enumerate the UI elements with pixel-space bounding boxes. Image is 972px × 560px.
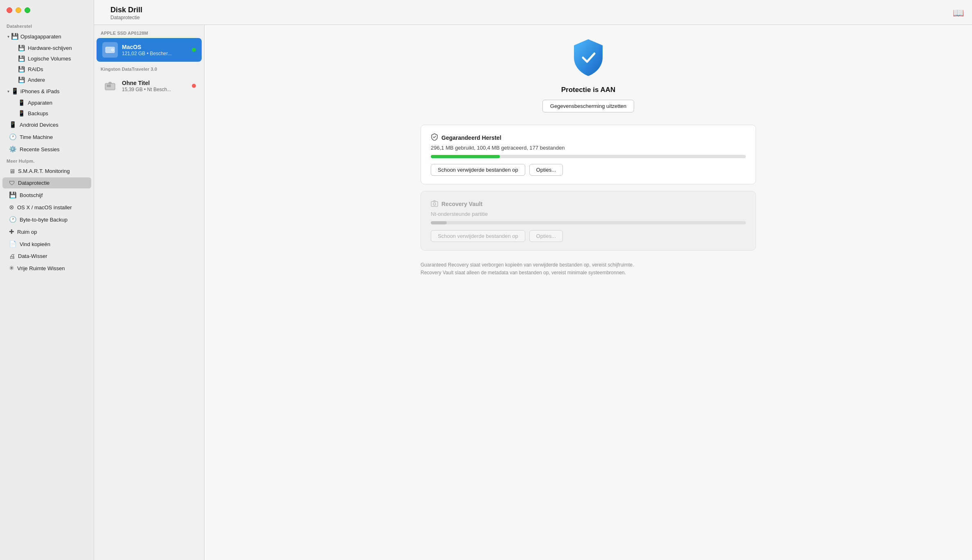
footer-text: Guaranteed Recovery slaat verborgen kopi…	[421, 261, 756, 277]
device-name: Ohne Titel	[122, 80, 188, 86]
sidebar: Dataherstel ▾ 💾 Opslagapparaten 💾 Hardwa…	[0, 0, 94, 560]
boot-icon: 💾	[9, 191, 17, 199]
sidebar-item-label: Dataprotectie	[18, 180, 50, 186]
sidebar-item-android[interactable]: 📱 Android Devices	[2, 119, 91, 130]
sidebar-item-raids[interactable]: 💾 RAIDs	[2, 64, 91, 74]
progress-bar-fill	[431, 155, 500, 158]
monitor-icon: 🖥	[9, 168, 15, 175]
shield-check-icon	[431, 133, 438, 142]
sidebar-item-apparaten[interactable]: 📱 Apparaten	[2, 98, 91, 108]
phone-icon: 📱	[11, 87, 19, 95]
device-item-ohne-titel[interactable]: Ohne Titel 15,39 GB • Nt Besch...	[97, 74, 202, 98]
disk-drive-icon	[102, 42, 118, 58]
close-button[interactable]	[7, 7, 12, 13]
clean-deleted-button-1[interactable]: Schoon verwijderde bestanden op	[431, 164, 525, 176]
sidebar-item-logical[interactable]: 💾 Logische Volumes	[2, 54, 91, 63]
sidebar-item-label: Ruim op	[17, 229, 37, 235]
usb-drive-icon	[102, 78, 118, 94]
header-title-block: Disk Drill Dataprotectie	[110, 6, 142, 20]
device-name: MacOS	[122, 44, 188, 50]
osx-icon: ⊗	[9, 204, 14, 211]
card-buttons: Schoon verwijderde bestanden op Opties..…	[431, 164, 746, 176]
protection-shield-icon	[570, 37, 607, 78]
sidebar-item-label: Opslagapparaten	[20, 34, 61, 40]
sidebar-item-andere[interactable]: 💾 Andere	[2, 75, 91, 85]
sidebar-item-label: Android Devices	[20, 122, 59, 128]
sidebar-item-recente[interactable]: ⚙️ Recente Sessies	[2, 143, 91, 155]
clean-deleted-button-2: Schoon verwijderde bestanden op	[431, 230, 525, 242]
device-panel: APPLE SSD AP0128M MacOS 121,02 GB • Besc…	[94, 25, 205, 560]
sidebar-section-meer: Meer Hulpm.	[0, 155, 94, 165]
sidebar-item-label: OS X / macOS installer	[17, 204, 72, 211]
sidebar-item-label: Bootschijf	[20, 192, 43, 198]
sidebar-item-osx[interactable]: ⊗ OS X / macOS installer	[2, 202, 91, 213]
footer-line-2: Recovery Vault slaat alleen de metadata …	[421, 269, 756, 277]
sidebar-item-label: Apparaten	[28, 100, 52, 106]
sidebar-item-opslagapparaten[interactable]: ▾ 💾 Opslagapparaten	[2, 31, 91, 42]
sidebar-item-label: Vrije Ruimte Wissen	[17, 265, 65, 271]
traffic-lights	[7, 7, 30, 13]
phone-icon: 📱	[18, 110, 25, 116]
svg-point-2	[111, 49, 114, 51]
card-title: Recovery Vault	[441, 201, 482, 207]
card-guaranteed-recovery: Gegarandeerd Herstel 296,1 MB gebruikt, …	[421, 125, 756, 184]
sidebar-section-dataherstel: Dataherstel	[0, 20, 94, 30]
sidebar-item-label: Vind kopieën	[20, 241, 50, 247]
shield-icon-wrap	[570, 37, 607, 79]
chevron-down-icon: ▾	[7, 34, 9, 39]
book-icon[interactable]: 📖	[953, 8, 964, 18]
content-body: APPLE SSD AP0128M MacOS 121,02 GB • Besc…	[94, 25, 972, 560]
sidebar-item-backup[interactable]: 🕐 Byte-to-byte Backup	[2, 214, 91, 225]
main-area: Disk Drill Dataprotectie 📖 APPLE SSD AP0…	[94, 0, 972, 560]
phone-icon: 📱	[18, 99, 25, 106]
sidebar-item-label: Byte-to-byte Backup	[20, 217, 68, 223]
detail-panel: Protectie is AAN Gegevensbescherming uit…	[205, 25, 972, 560]
progress-bar	[431, 221, 746, 224]
sidebar-item-dataprotectie[interactable]: 🛡 Dataprotectie	[2, 177, 91, 188]
sidebar-item-iphones[interactable]: ▾ 📱 iPhones & iPads	[2, 85, 91, 97]
sidebar-item-label: Backups	[28, 110, 48, 116]
sidebar-item-label: Andere	[28, 77, 45, 83]
svg-rect-4	[107, 85, 111, 87]
turn-off-protection-button[interactable]: Gegevensbescherming uitzetten	[542, 100, 634, 112]
card-description: 296,1 MB gebruikt, 100,4 MB getraceerd, …	[431, 145, 746, 151]
card-header: Recovery Vault	[431, 199, 746, 208]
sidebar-item-find-copies[interactable]: 📄 Vind kopieën	[2, 238, 91, 250]
storage-icon: 💾	[11, 33, 19, 40]
device-info: 15,39 GB • Nt Besch...	[122, 87, 188, 92]
device-group-kingston: Kingston DataTraveler 3.0	[94, 63, 204, 73]
sidebar-item-data-wisser[interactable]: 🖨 Data-Wisser	[2, 251, 91, 262]
svg-rect-5	[109, 82, 111, 84]
sidebar-item-free-space[interactable]: ✳ Vrije Ruimte Wissen	[2, 262, 91, 274]
sidebar-item-smart[interactable]: 🖥 S.M.A.R.T. Monitoring	[2, 166, 91, 177]
device-text-ohne: Ohne Titel 15,39 GB • Nt Besch...	[122, 80, 188, 92]
sidebar-item-cleanup[interactable]: ✚ Ruim op	[2, 226, 91, 237]
copy-icon: 📄	[9, 240, 17, 248]
minimize-button[interactable]	[16, 7, 21, 13]
disk-icon: 💾	[18, 76, 25, 83]
camera-icon	[431, 199, 438, 208]
header: Disk Drill Dataprotectie 📖	[94, 0, 972, 25]
svg-point-7	[433, 203, 436, 205]
device-group-apple-ssd: APPLE SSD AP0128M	[94, 27, 204, 37]
sidebar-item-backups[interactable]: 📱 Backups	[2, 108, 91, 118]
fullscreen-button[interactable]	[25, 7, 30, 13]
sidebar-item-label: Data-Wisser	[18, 253, 47, 259]
backup-icon: 🕐	[9, 216, 17, 223]
app-title: Disk Drill	[110, 6, 142, 14]
disk-icon: 💾	[18, 55, 25, 62]
device-item-macos[interactable]: MacOS 121,02 GB • Bescher...	[97, 38, 202, 62]
sidebar-item-label: RAIDs	[28, 66, 43, 72]
sidebar-item-label: S.M.A.R.T. Monitoring	[18, 168, 70, 174]
disk-icon: 💾	[18, 45, 25, 51]
android-icon: 📱	[9, 121, 17, 128]
shield-icon: 🛡	[9, 179, 15, 186]
footer-line-1: Guaranteed Recovery slaat verborgen kopi…	[421, 261, 756, 269]
sidebar-item-hardware[interactable]: 💾 Hardware-schijven	[2, 43, 91, 53]
options-button-1[interactable]: Opties...	[529, 164, 563, 176]
svg-rect-6	[431, 202, 438, 206]
sidebar-item-bootschijf[interactable]: 💾 Bootschijf	[2, 189, 91, 201]
sidebar-item-time-machine[interactable]: 🕐 Time Machine	[2, 131, 91, 143]
status-dot-red	[192, 84, 196, 88]
protection-status-title: Protectie is AAN	[561, 86, 616, 94]
